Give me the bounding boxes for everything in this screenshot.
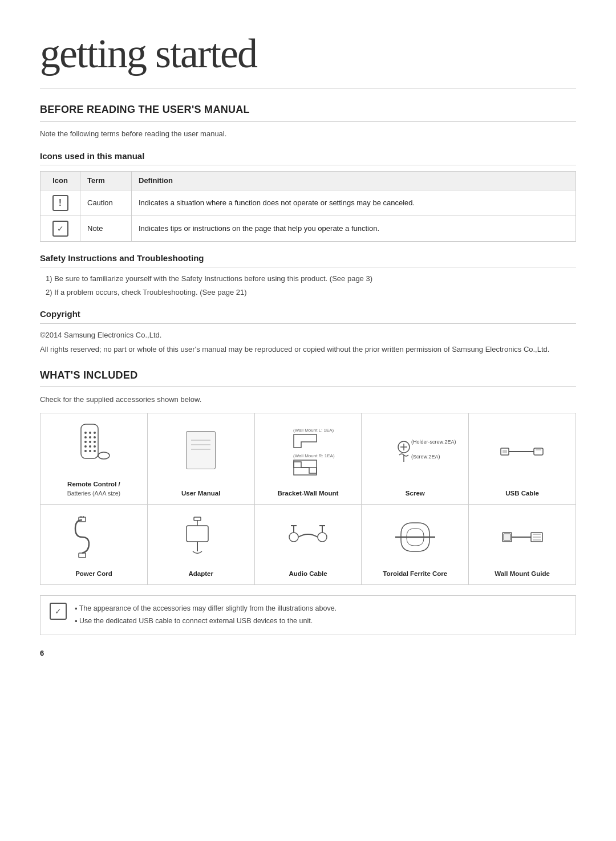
screw-label: Screw [406,489,425,498]
note-box-icon: ✓ [50,603,67,620]
power-cord-label: Power Cord [75,569,112,579]
svg-point-12 [94,445,96,448]
accessory-usb-cable: USB Cable [469,413,576,504]
page-title: getting started [40,23,576,88]
ferrite-core-image [366,513,464,562]
col-icon: Icon [40,172,80,190]
adapter-image [152,513,250,562]
accessories-grid: Remote Control / Batteries (AAA size) Us… [40,413,576,585]
note-line-2: Use the dedicated USB cable to connect e… [75,615,337,627]
svg-point-6 [94,436,96,438]
list-item: 1) Be sure to familiarize yourself with … [46,273,576,285]
before-reading-section: BEFORE READING THE USER'S MANUAL Note th… [40,102,576,355]
svg-text:(Wall Mount R: 1EA): (Wall Mount R: 1EA) [293,453,335,458]
remote-sublabel: Batteries (AAA size) [67,489,120,498]
svg-point-44 [289,533,298,542]
remote-control-image [45,421,143,473]
svg-point-11 [89,445,91,448]
accessory-adapter: Adapter [148,505,255,584]
accessory-user-manual: User Manual [148,413,255,504]
svg-point-47 [318,533,327,542]
copyright-line1: ©2014 Samsung Electronics Co.,Ltd. [40,330,576,341]
table-row: ! Caution Indicates a situation where a … [40,190,576,216]
usb-cable-label: USB Cable [505,489,539,498]
bracket-label: Bracket-Wall Mount [278,489,339,498]
page-number: 6 [40,648,576,659]
accessory-wall-mount-guide: Wall Mount Guide [469,505,576,584]
svg-rect-39 [79,553,86,558]
table-row: Note Indicates tips or instructions on t… [40,216,576,241]
accessory-audio-cable: Audio Cable [255,505,362,584]
screw-image: (Holder-screw:2EA) (Screw:2EA) [366,421,464,482]
audio-cable-image [260,513,357,562]
section1-title: BEFORE READING THE USER'S MANUAL [40,102,576,121]
audio-cable-label: Audio Cable [289,569,327,579]
list-item: 2) If a problem occurs, check Troublesho… [46,287,576,298]
svg-point-9 [94,441,96,443]
col-term: Term [80,172,132,190]
col-definition: Definition [132,172,576,190]
adapter-label: Adapter [188,569,213,579]
svg-point-5 [89,436,91,438]
wall-mount-guide-image [473,513,571,562]
note-term: Note [80,216,132,241]
accessory-power-cord: Power Cord [40,505,148,584]
svg-point-14 [89,450,91,452]
caution-term: Caution [80,190,132,216]
caution-icon: ! [52,195,68,211]
svg-text:(Holder-screw:2EA): (Holder-screw:2EA) [411,439,456,445]
svg-rect-40 [187,526,208,542]
safety-list: 1) Be sure to familiarize yourself with … [40,273,576,298]
note-icon [52,221,68,237]
svg-point-8 [89,441,91,443]
accessory-bracket-wall-mount: (Wall Mount L: 1EA) (Wall Mount R: 1EA) … [255,413,362,504]
caution-icon-cell: ! [40,190,80,216]
svg-point-10 [84,445,87,448]
remote-label: Remote Control / [67,480,120,489]
svg-rect-32 [502,450,507,453]
caution-definition: Indicates a situation where a function d… [132,190,576,216]
note-line-1: The appearance of the accessories may di… [75,603,337,614]
accessory-remote-control: Remote Control / Batteries (AAA size) [40,413,148,504]
svg-point-3 [94,432,96,434]
svg-point-7 [84,441,87,443]
svg-point-13 [84,450,87,452]
note-definition: Indicates tips or instructions on the pa… [132,216,576,241]
accessories-row-1: Remote Control / Batteries (AAA size) Us… [40,413,576,505]
whats-included-section: WHAT'S INCLUDED Check for the supplied a… [40,368,576,636]
svg-point-1 [84,432,87,434]
notes-box: ✓ The appearance of the accessories may … [40,595,576,635]
user-manual-image [152,421,250,482]
bracket-image: (Wall Mount L: 1EA) (Wall Mount R: 1EA) [260,421,357,482]
icons-subsection-title: Icons used in this manual [40,150,576,166]
svg-text:(Screw:2EA): (Screw:2EA) [411,454,440,460]
notes-box-text: The appearance of the accessories may di… [75,603,337,628]
svg-text:(Wall Mount L: 1EA): (Wall Mount L: 1EA) [293,428,334,433]
power-cord-image [45,513,143,562]
svg-rect-19 [187,432,215,469]
svg-point-2 [89,432,91,434]
ferrite-core-label: Toroidal Ferrite Core [383,569,447,579]
accessory-ferrite-core: Toroidal Ferrite Core [362,505,469,584]
note-icon-cell [40,216,80,241]
svg-rect-34 [534,448,543,455]
copyright-line2: All rights reserved; no part or whole of… [40,344,576,355]
safety-subsection-title: Safety Instructions and Troubleshooting [40,252,576,268]
svg-point-15 [94,450,96,452]
section2-title: WHAT'S INCLUDED [40,368,576,387]
copyright-subsection-title: Copyright [40,308,576,324]
accessory-screw: (Holder-screw:2EA) (Screw:2EA) Screw [362,413,469,504]
user-manual-label: User Manual [181,489,220,498]
usb-cable-image [473,421,571,482]
wall-mount-guide-label: Wall Mount Guide [495,569,550,579]
svg-point-16 [98,452,110,459]
section1-intro: Note the following terms before reading … [40,128,576,140]
icons-table: Icon Term Definition ! Caution Indicates… [40,171,576,242]
whats-included-intro: Check for the supplied accessories shown… [40,394,576,405]
accessories-row-2: Power Cord Adapter [40,505,576,584]
svg-point-4 [84,436,87,438]
svg-rect-52 [504,534,510,541]
